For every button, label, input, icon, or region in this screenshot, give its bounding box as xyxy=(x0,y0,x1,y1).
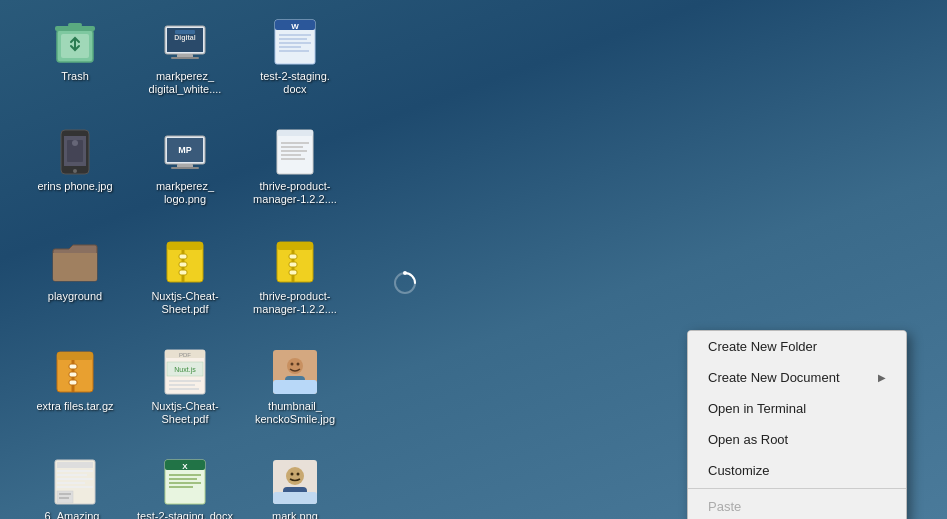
svg-point-98 xyxy=(403,271,407,275)
icon-label-trash: Trash xyxy=(61,70,89,83)
context-menu-create-document[interactable]: Create New Document ▶ xyxy=(688,362,906,393)
playground-folder-icon xyxy=(51,238,99,286)
icon-label-markperez-logo: markperez_ logo.png xyxy=(156,180,214,206)
svg-rect-94 xyxy=(289,254,297,259)
svg-rect-79 xyxy=(279,34,311,36)
svg-text:PDF: PDF xyxy=(179,352,191,358)
context-menu-open-root[interactable]: Open as Root xyxy=(688,424,906,455)
svg-rect-18 xyxy=(57,470,93,472)
icon-extra-files[interactable]: extra files.tar.gz xyxy=(20,340,130,450)
open-root-label: Open as Root xyxy=(708,432,788,447)
on-site-seo-icon: X xyxy=(161,458,209,506)
svg-rect-65 xyxy=(169,388,199,390)
icon-trash[interactable]: Trash xyxy=(20,10,130,120)
icon-on-site-seo[interactable]: X test-2-staging. docx xyxy=(130,450,240,519)
svg-rect-19 xyxy=(57,474,87,476)
svg-point-7 xyxy=(73,169,77,173)
icon-label-text-for-vid: thrive-product- manager-1.2.2.... xyxy=(245,180,345,206)
markperez-digital-icon: Digital xyxy=(161,18,209,66)
svg-rect-56 xyxy=(179,262,187,267)
svg-text:Digital: Digital xyxy=(174,34,195,42)
svg-point-106 xyxy=(286,467,304,485)
test-staging-icon: W xyxy=(271,18,319,66)
icon-test-staging[interactable]: W test-2-staging. docx xyxy=(240,10,350,120)
icon-label-thumbnail: thumbnail_ kenckoSmile.jpg xyxy=(255,400,335,426)
icon-label-nuxtjs-cheat: Nuxtjs-Cheat- Sheet.pdf xyxy=(151,400,218,426)
svg-rect-81 xyxy=(279,42,311,44)
svg-rect-69 xyxy=(169,474,201,476)
svg-rect-53 xyxy=(167,242,203,250)
svg-rect-86 xyxy=(281,142,309,144)
svg-rect-90 xyxy=(281,158,305,160)
icon-label-markperez-digital: markperez_ digital_white.... xyxy=(149,70,222,96)
svg-text:W: W xyxy=(291,22,299,31)
nuxtjs-cheat-icon: PDF Nuxt.js xyxy=(161,348,209,396)
icon-thumbnail[interactable]: thumbnail_ kenckoSmile.jpg xyxy=(240,340,350,450)
create-document-label: Create New Document xyxy=(708,370,840,385)
markperez-logo-icon: MP xyxy=(161,128,209,176)
svg-rect-44 xyxy=(175,30,195,34)
context-menu-paste: Paste xyxy=(688,491,906,519)
svg-rect-87 xyxy=(281,146,303,148)
svg-rect-82 xyxy=(279,46,301,48)
svg-rect-70 xyxy=(169,478,197,480)
svg-rect-24 xyxy=(59,493,71,495)
svg-rect-85 xyxy=(277,130,313,136)
spinner-icon xyxy=(393,271,417,295)
svg-rect-80 xyxy=(279,38,307,40)
paste-label: Paste xyxy=(708,499,741,514)
icon-label-amazing-tips: 6_Amazing_ Tips_for_Linu... xyxy=(37,510,112,519)
svg-rect-110 xyxy=(273,492,317,504)
svg-rect-88 xyxy=(281,150,307,152)
icon-markperez-digital[interactable]: Digital markperez_ digital_white.... xyxy=(130,10,240,120)
amazing-tips-icon xyxy=(51,458,99,506)
icon-label-test-staging: test-2-staging. docx xyxy=(260,70,330,96)
svg-rect-25 xyxy=(59,497,69,499)
svg-rect-95 xyxy=(289,262,297,267)
icon-markperez-logo[interactable]: MP markperez_ logo.png xyxy=(130,120,240,230)
icon-thrive-product[interactable]: thrive-product- manager-1.2.2.... xyxy=(240,230,350,340)
svg-point-9 xyxy=(72,140,78,146)
svg-rect-72 xyxy=(169,486,193,488)
text-for-vid-icon xyxy=(271,128,319,176)
trash-icon-img xyxy=(51,18,99,66)
svg-point-107 xyxy=(291,473,294,476)
svg-rect-64 xyxy=(169,384,195,386)
icon-playground[interactable]: playground xyxy=(20,230,130,340)
svg-rect-55 xyxy=(179,254,187,259)
svg-text:MP: MP xyxy=(178,145,192,155)
mark-png-icon xyxy=(271,458,319,506)
svg-rect-71 xyxy=(169,482,201,484)
svg-rect-22 xyxy=(57,486,93,488)
icon-label-icomoon: Nuxtjs-Cheat- Sheet.pdf xyxy=(135,290,235,316)
icon-mark-png[interactable]: mark.png xyxy=(240,450,350,519)
icon-nuxtjs-cheat[interactable]: PDF Nuxt.js Nuxtjs-Cheat- Sheet.pdf xyxy=(130,340,240,450)
svg-rect-89 xyxy=(281,154,301,156)
customize-label: Customize xyxy=(708,463,769,478)
svg-text:Nuxt.js: Nuxt.js xyxy=(174,366,196,374)
thumbnail-icon xyxy=(271,348,319,396)
icon-label-on-site-seo: test-2-staging. docx xyxy=(137,510,233,519)
svg-rect-15 xyxy=(69,380,77,385)
svg-rect-14 xyxy=(69,372,77,377)
icon-text-for-vid[interactable]: thrive-product- manager-1.2.2.... xyxy=(240,120,350,230)
svg-point-102 xyxy=(297,363,300,366)
icon-label-playground: playground xyxy=(48,290,102,303)
svg-rect-104 xyxy=(273,380,317,394)
icon-erins-phone[interactable]: erins phone.jpg xyxy=(20,120,130,230)
context-menu-open-terminal[interactable]: Open in Terminal xyxy=(688,393,906,424)
svg-rect-4 xyxy=(68,23,82,27)
svg-point-101 xyxy=(291,363,294,366)
svg-rect-46 xyxy=(171,57,199,59)
svg-rect-21 xyxy=(57,482,85,484)
icon-amazing-tips[interactable]: 6_Amazing_ Tips_for_Linu... xyxy=(20,450,130,519)
context-menu-customize[interactable]: Customize xyxy=(688,455,906,486)
icon-icomoon[interactable]: Nuxtjs-Cheat- Sheet.pdf xyxy=(130,230,240,340)
svg-rect-92 xyxy=(277,242,313,250)
svg-rect-17 xyxy=(57,462,93,468)
icon-label-mark-png: mark.png xyxy=(272,510,318,519)
context-menu-create-folder[interactable]: Create New Folder xyxy=(688,331,906,362)
svg-rect-11 xyxy=(57,352,93,360)
svg-rect-57 xyxy=(179,270,187,275)
svg-rect-83 xyxy=(279,50,309,52)
